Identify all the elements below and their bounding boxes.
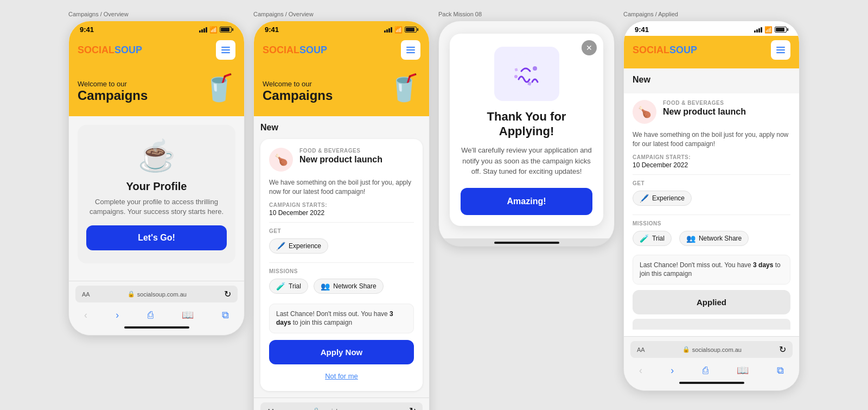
lets-go-button[interactable]: Let's Go! [86, 225, 227, 250]
campaign-meta: FOOD & BEVERAGES New product launch [299, 148, 414, 165]
apply-now-button[interactable]: Apply Now [269, 340, 414, 364]
url-text: 🔒 socialsoup.com.au [312, 407, 372, 410]
refresh-icon[interactable]: ↻ [779, 344, 786, 355]
menu-line-2 [776, 49, 785, 51]
url-text: 🔒 socialsoup.com.au [127, 291, 187, 298]
menu-line-3 [776, 52, 785, 53]
tabs-button[interactable]: ⧉ [218, 307, 233, 323]
trial-tag: 🧪 Trial [269, 279, 308, 294]
campaign-desc: We have something on the boil just for y… [269, 178, 414, 197]
menu-line-1 [221, 47, 230, 48]
divider2 [633, 215, 790, 215]
aa-text: AA [637, 346, 645, 353]
refresh-icon[interactable]: ↻ [409, 406, 416, 410]
phone2: 9:41 📶 SOCIALSOUP [253, 21, 430, 410]
phone4-campaign-card: 🍗 FOOD & BEVERAGES New product launch We… [624, 93, 799, 336]
url-bar[interactable]: AA 🔒 socialsoup.com.au ↻ [630, 341, 793, 358]
trial-icon: 🧪 [276, 282, 285, 291]
logo-soup: SOUP [114, 45, 142, 55]
url-text: 🔒 socialsoup.com.au [682, 346, 742, 353]
phone4-breadcrumb: Campaigns / Applied [623, 11, 678, 17]
phone4: 9:41 📶 SOCIALSOUP [623, 21, 800, 391]
partially-visible-card [633, 319, 790, 330]
wifi-icon: 📶 [764, 26, 773, 34]
phone4-section-label: New [633, 75, 790, 85]
trial-icon: 🧪 [640, 234, 649, 243]
share-button[interactable]: ⎙ [698, 363, 713, 379]
back-button[interactable]: ‹ [80, 307, 92, 323]
forward-button[interactable]: › [111, 307, 123, 323]
modal-image [494, 47, 559, 101]
phone1: 9:41 📶 SOCIALSOUP [68, 21, 245, 336]
phone2-safari-bar: AA 🔒 socialsoup.com.au ↻ ‹ › ⎙ 📖 ⧉ [254, 398, 429, 410]
url-bar[interactable]: AA 🔒 socialsoup.com.au ↻ [75, 286, 238, 302]
logo-social: SOCIAL [633, 45, 669, 55]
phone4-campaign-meta: FOOD & BEVERAGES New product launch [663, 100, 790, 117]
phone4-starts-label: CAMPAIGN STARTS: [633, 154, 790, 160]
coffee-icon: ☕ [138, 138, 176, 174]
bookmarks-button[interactable]: 📖 [177, 307, 198, 323]
divider1 [633, 174, 790, 175]
phone2-time: 9:41 [265, 26, 279, 34]
confetti-illustration [505, 52, 548, 96]
menu-line-2 [221, 49, 230, 51]
phone1-breadcrumb: Campaigns / Overview [68, 11, 129, 17]
network-label: Network Share [699, 235, 742, 242]
experience-label: Experience [289, 242, 321, 250]
phone4-section-label-area: New [624, 68, 799, 93]
back-button[interactable]: ‹ [635, 363, 647, 379]
phone4-campaign-category: FOOD & BEVERAGES [663, 100, 790, 106]
phone4-logo: SOCIALSOUP [633, 45, 697, 56]
logo-social: SOCIAL [263, 45, 299, 55]
url-bar[interactable]: AA 🔒 socialsoup.com.au ↻ [260, 402, 423, 410]
svg-point-2 [514, 75, 518, 78]
phone1-wrapper: Campaigns / Overview 9:41 📶 [68, 11, 245, 336]
modal-close-button[interactable]: ✕ [582, 40, 597, 55]
home-indicator [679, 382, 744, 384]
menu-line-3 [221, 52, 230, 53]
url-value: socialsoup.com.au [322, 408, 372, 410]
tabs-button[interactable]: ⧉ [773, 363, 788, 379]
wifi-icon: 📶 [209, 26, 218, 34]
menu-button[interactable] [401, 40, 420, 60]
not-for-me-button[interactable]: Not for me [269, 370, 414, 382]
menu-button[interactable] [216, 40, 235, 60]
refresh-icon[interactable]: ↻ [224, 289, 231, 299]
notice-box: Last Chance! Don't miss out. You have 3 … [269, 304, 414, 334]
lock-icon: 🔒 [127, 291, 135, 298]
phone2-wrapper: Campaigns / Overview 9:41 📶 [253, 11, 430, 410]
phone1-safari-bar: AA 🔒 socialsoup.com.au ↻ ‹ › ⎙ 📖 ⧉ [69, 281, 244, 335]
phone4-get-tags: 🖊️ Experience [633, 191, 790, 209]
campaign-date: 10 December 2022 [269, 209, 414, 217]
phone1-hero: Welcome to our Campaigns 🥤 [69, 68, 244, 116]
phone1-time: 9:41 [80, 26, 94, 34]
get-tags: 🖊️ Experience [269, 238, 414, 257]
mission-tags: 🧪 Trial 👥 Network Share [269, 279, 414, 297]
phone4-campaign-desc: We have something on the boil just for y… [633, 130, 790, 149]
phone4-status-bar: 9:41 📶 [624, 21, 799, 36]
divider1 [269, 222, 414, 223]
thank-you-modal: ✕ Thank [450, 34, 603, 225]
battery-icon [220, 27, 233, 33]
hero-text: Welcome to our Campaigns [263, 80, 333, 103]
phone4-campaign-title: New product launch [663, 107, 790, 117]
phone2-logo: SOCIALSOUP [263, 45, 327, 56]
menu-button[interactable] [771, 40, 790, 60]
campaign-category: FOOD & BEVERAGES [299, 148, 414, 154]
amazing-button[interactable]: Amazing! [461, 188, 592, 215]
phone4-safari-bar: AA 🔒 socialsoup.com.au ↻ ‹ › ⎙ 📖 ⧉ [624, 336, 799, 390]
network-icon: 👥 [321, 282, 330, 291]
network-label: Network Share [333, 282, 376, 290]
hero-title: Campaigns [78, 88, 148, 103]
forward-button[interactable]: › [666, 363, 678, 379]
hero-subtitle: Welcome to our [78, 80, 148, 88]
aa-text: AA [82, 291, 90, 298]
bookmarks-button[interactable]: 📖 [732, 362, 753, 379]
network-share-tag: 👥 Network Share [314, 279, 383, 294]
applied-button: Applied [633, 290, 790, 314]
divider2 [269, 262, 414, 263]
phone3: ✕ Thank [438, 21, 615, 247]
modal-title: Thank You for Applying! [461, 110, 592, 138]
phone2-hero: Welcome to our Campaigns 🥤 [254, 68, 429, 116]
share-button[interactable]: ⎙ [143, 307, 158, 323]
